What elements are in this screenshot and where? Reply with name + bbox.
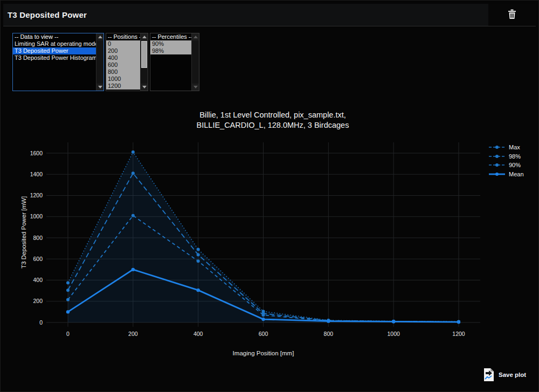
arrow-up-icon — [142, 36, 147, 38]
y-tick-label: 1000 — [30, 213, 43, 219]
list-item[interactable]: 200 — [106, 47, 140, 54]
series-marker — [392, 320, 395, 323]
x-tick-label: 400 — [194, 331, 203, 337]
y-tick-label: 800 — [33, 235, 43, 241]
series-marker — [197, 248, 200, 251]
x-tick-label: 200 — [128, 331, 138, 337]
list-item[interactable]: T3 Deposited Power Histogram — [13, 54, 96, 61]
series-marker — [66, 288, 70, 292]
list-item[interactable]: 400 — [106, 54, 140, 61]
percentiles-scrollbar[interactable] — [191, 33, 199, 91]
legend-entry: 90% — [488, 161, 524, 170]
series-marker — [132, 171, 135, 175]
list-item[interactable]: T3 Deposited Power — [13, 47, 96, 54]
app-window: T3 Deposited Power -- Data to view --Lim… — [0, 0, 539, 392]
legend-label: Mean — [509, 171, 524, 177]
chart-title: Billie, 1st Level Controlled, pix_sample… — [84, 110, 461, 130]
series-marker — [132, 268, 135, 271]
y-axis-label: T3 Deposited Power [mW] — [20, 196, 27, 269]
list-header: -- Positions -- — [106, 33, 140, 40]
x-tick-label: 800 — [324, 331, 334, 337]
arrow-down-icon — [142, 86, 147, 88]
legend-swatch-icon — [488, 171, 506, 177]
chart-title-line1: Billie, 1st Level Controlled, pix_sample… — [84, 110, 461, 120]
list-item[interactable]: 0 — [106, 40, 140, 47]
series-marker — [327, 319, 330, 322]
save-plot-icon — [483, 368, 495, 382]
title-bar-right — [488, 4, 536, 26]
list-item[interactable]: 1200 — [106, 82, 140, 90]
series-marker — [197, 259, 200, 263]
chart-title-line2: BILLIE_CARDIO_L, 128.0MHz, 3 Birdcages — [84, 120, 461, 130]
legend-entry: Max — [488, 143, 524, 152]
y-tick-label: 0 — [39, 319, 43, 326]
trash-icon — [507, 9, 517, 19]
list-item[interactable]: 1000 — [106, 75, 140, 82]
positions-listbox[interactable]: -- Positions --020040060080010001200 — [106, 33, 148, 91]
series-marker — [66, 298, 70, 301]
x-tick-label: 0 — [66, 331, 70, 337]
y-tick-label: 600 — [33, 256, 43, 262]
line-chart: 0200400600800100012001400160002004006008… — [1, 135, 539, 362]
series-marker — [66, 281, 70, 284]
y-tick-label: 1200 — [30, 192, 43, 198]
arrow-down-icon — [194, 86, 198, 88]
scroll-up-button[interactable] — [141, 33, 148, 40]
series-marker — [132, 214, 135, 217]
list-item[interactable]: 98% — [150, 47, 191, 54]
x-tick-label: 1200 — [452, 331, 465, 337]
series-marker — [132, 150, 135, 154]
series-marker — [66, 310, 70, 313]
legend-swatch-icon — [488, 162, 506, 168]
legend-label: Max — [509, 144, 520, 150]
list-header: -- Data to view -- — [13, 33, 96, 40]
arrow-up-icon — [98, 36, 102, 38]
list-item[interactable]: 90% — [150, 40, 191, 47]
data-to-view-items: -- Data to view --Limiting SAR at operat… — [13, 33, 96, 91]
save-plot-label: Save plot — [499, 372, 526, 378]
series-marker — [262, 313, 265, 317]
scroll-up-button[interactable] — [96, 33, 103, 40]
positions-scrollbar[interactable] — [140, 33, 148, 91]
x-tick-label: 1000 — [387, 331, 400, 337]
arrow-down-icon — [98, 86, 102, 88]
legend-swatch-icon — [488, 144, 506, 150]
legend-label: 90% — [509, 162, 521, 168]
x-tick-label: 600 — [259, 331, 268, 337]
scroll-down-button[interactable] — [141, 84, 148, 91]
title-bar: T3 Deposited Power — [3, 4, 536, 26]
x-axis-label: Imaging Position [mm] — [233, 350, 294, 356]
y-tick-label: 1600 — [30, 150, 43, 156]
save-plot-button[interactable]: Save plot — [483, 368, 526, 382]
series-marker — [197, 253, 200, 256]
scroll-down-button[interactable] — [96, 84, 103, 91]
percentiles-listbox[interactable]: -- Percentiles --90%98% — [150, 33, 199, 91]
scroll-up-button[interactable] — [192, 33, 199, 40]
page-title: T3 Deposited Power — [3, 10, 87, 19]
chart-legend: Max98%90%Mean — [488, 143, 524, 178]
y-tick-label: 200 — [33, 298, 43, 304]
percentiles-items: -- Percentiles --90%98% — [150, 33, 191, 91]
legend-entry: Mean — [488, 170, 524, 179]
list-header: -- Percentiles -- — [150, 33, 191, 40]
series-marker — [261, 318, 265, 321]
y-tick-label: 1400 — [30, 171, 43, 177]
legend-entry: 98% — [488, 152, 524, 161]
legend-swatch-icon — [488, 153, 506, 160]
arrow-up-icon — [194, 36, 198, 38]
delete-button[interactable] — [506, 8, 518, 22]
scroll-down-button[interactable] — [192, 84, 199, 91]
list-item[interactable]: 600 — [106, 61, 140, 68]
y-tick-label: 400 — [33, 277, 43, 283]
control-panel: -- Data to view --Limiting SAR at operat… — [12, 33, 199, 91]
data-to-view-scrollbar[interactable] — [96, 33, 103, 91]
positions-items: -- Positions --020040060080010001200 — [106, 33, 140, 91]
list-item[interactable]: 800 — [106, 68, 140, 75]
data-to-view-listbox[interactable]: -- Data to view --Limiting SAR at operat… — [12, 33, 104, 91]
series-marker — [196, 288, 199, 292]
scrollbar-thumb[interactable] — [141, 41, 147, 68]
series-marker — [457, 320, 460, 324]
list-item[interactable]: Limiting SAR at operating mode — [13, 40, 96, 47]
legend-label: 98% — [509, 153, 521, 160]
title-bar-left: T3 Deposited Power — [3, 4, 488, 26]
